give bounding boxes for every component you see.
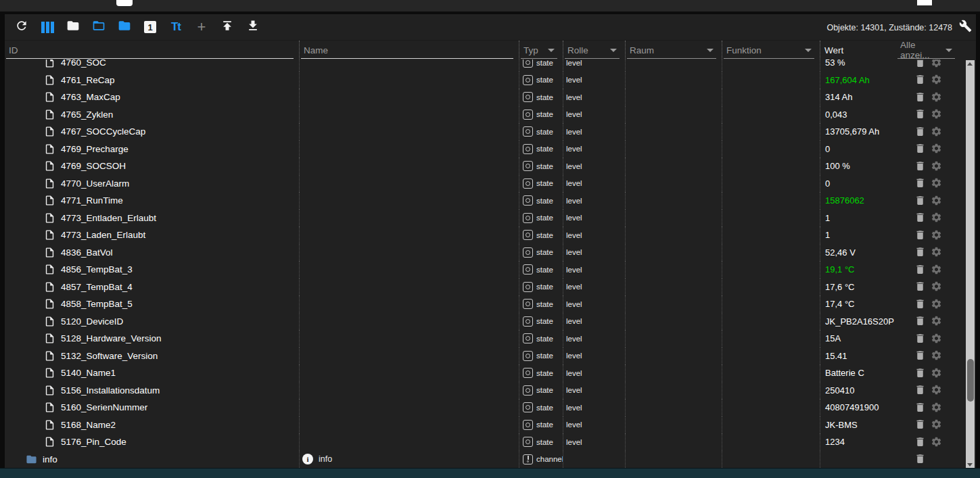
delete-button[interactable]: [914, 350, 927, 362]
table-row[interactable]: 4773_Laden_Erlaubt i state level 1: [5, 226, 966, 244]
delete-button[interactable]: [914, 436, 927, 448]
filter-rolle-dropdown[interactable]: Rolle: [563, 41, 625, 59]
row-type-cell: state: [519, 416, 563, 434]
table-row[interactable]: 4760_SOC i state level 53 %: [5, 59, 966, 72]
delete-button[interactable]: [914, 419, 927, 431]
table-row[interactable]: 5132_Software_Version i state level 15.4…: [5, 348, 966, 365]
filter-raum-dropdown[interactable]: Raum: [625, 41, 722, 59]
delete-button[interactable]: [914, 74, 927, 86]
channel-type-icon: [523, 454, 533, 464]
scroll-up-icon[interactable]: [967, 62, 973, 66]
delete-button[interactable]: [914, 333, 927, 345]
table-row[interactable]: 5176_Pin_Code i state level 1234: [5, 433, 966, 451]
table-row[interactable]: 5140_Name1 i state level Batterie C: [5, 364, 966, 382]
scrollbar-thumb[interactable]: [967, 359, 974, 402]
edit-settings-button[interactable]: [931, 264, 943, 276]
edit-settings-button[interactable]: [931, 315, 943, 327]
table-row[interactable]: 4856_TempBat_3 i state level 19,1 °C: [5, 261, 966, 279]
table-row[interactable]: info i info channel: [5, 451, 966, 469]
edit-settings-button[interactable]: [931, 367, 943, 379]
table-row[interactable]: 5168_Name2 i state level JK-BMS: [5, 416, 966, 434]
delete-button[interactable]: [914, 264, 927, 276]
table-row[interactable]: 5156_Installationsdatum i state level 25…: [5, 382, 966, 400]
table-row[interactable]: 4857_TempBat_4 i state level 17,6 °C: [5, 279, 966, 296]
table-row[interactable]: 5128_Hardware_Version i state level 15A: [5, 330, 966, 348]
edit-settings-button[interactable]: [931, 246, 943, 258]
edit-settings-button[interactable]: [931, 436, 943, 448]
scroll-down-icon[interactable]: [967, 463, 973, 467]
edit-settings-button[interactable]: [931, 333, 943, 345]
delete-button[interactable]: [914, 281, 927, 293]
collapse-all-button[interactable]: [63, 18, 83, 36]
object-value: 0,043: [825, 110, 847, 120]
delete-button[interactable]: [914, 160, 927, 172]
table-row[interactable]: 4767_SOCCycleCap i state level 13705,679…: [5, 123, 966, 141]
delete-button[interactable]: [914, 59, 927, 69]
refresh-button[interactable]: [11, 18, 32, 36]
delete-button[interactable]: [914, 453, 927, 465]
toggle-columns-button[interactable]: [37, 18, 57, 36]
delete-button[interactable]: [914, 108, 927, 120]
download-button[interactable]: [243, 18, 263, 36]
delete-button[interactable]: [914, 177, 927, 189]
edit-settings-button[interactable]: [931, 212, 943, 224]
edit-settings-button[interactable]: [931, 195, 943, 207]
table-row[interactable]: 4770_UserAlarm i state level 0: [5, 175, 966, 193]
expand-all-button[interactable]: [89, 18, 109, 36]
show-names-button[interactable]: Tt: [166, 18, 186, 36]
table-row[interactable]: 4761_ReCap i state level 167,604 Ah: [5, 72, 966, 89]
delete-button[interactable]: [914, 402, 927, 414]
edit-settings-button[interactable]: [931, 108, 943, 120]
delete-button[interactable]: [914, 298, 927, 310]
gear-icon: [931, 246, 942, 258]
edit-settings-button[interactable]: [931, 350, 943, 362]
edit-settings-button[interactable]: [931, 74, 943, 86]
object-name: info: [319, 454, 332, 464]
table-row[interactable]: 4769_SOCSOH i state level 100 %: [5, 158, 966, 175]
edit-settings-button[interactable]: [931, 160, 943, 172]
settings-button[interactable]: [959, 20, 972, 35]
table-row[interactable]: 4858_TempBat_5 i state level 17,4 °C: [5, 295, 966, 313]
edit-settings-button[interactable]: [931, 126, 943, 138]
table-row[interactable]: 5120_DeviceID i state level JK_PB2A16S20…: [5, 313, 966, 331]
delete-button[interactable]: [914, 384, 927, 396]
delete-button[interactable]: [914, 143, 927, 155]
collapse-to-level-button[interactable]: [114, 18, 135, 36]
delete-button[interactable]: [914, 367, 927, 379]
delete-button[interactable]: [914, 229, 927, 241]
table-row[interactable]: 5160_SerienNummer i state level 40807491…: [5, 399, 966, 416]
show-filter-dropdown[interactable]: Alle anzei...: [896, 41, 960, 59]
delete-button[interactable]: [914, 195, 927, 207]
vertical-scrollbar[interactable]: [966, 60, 975, 469]
edit-settings-button[interactable]: [931, 59, 943, 69]
filter-typ-dropdown[interactable]: Typ: [519, 41, 563, 59]
table-row[interactable]: 4763_MaxCap i state level 314 Ah: [5, 89, 966, 106]
edit-settings-button[interactable]: [931, 229, 943, 241]
edit-settings-button[interactable]: [931, 384, 943, 396]
edit-settings-button[interactable]: [931, 419, 943, 431]
delete-button[interactable]: [914, 212, 927, 224]
table-row[interactable]: 4773_Entladen_Erlaubt i state level 1: [5, 210, 966, 227]
edit-settings-button[interactable]: [931, 91, 943, 103]
filter-id[interactable]: ID: [5, 41, 299, 59]
delete-button[interactable]: [914, 126, 927, 138]
edit-settings-button[interactable]: [931, 177, 943, 189]
table-row[interactable]: 4836_BatVol i state level 52,46 V: [5, 244, 966, 262]
delete-button[interactable]: [914, 315, 927, 327]
delete-button[interactable]: [914, 246, 927, 258]
table-row[interactable]: 4765_Zyklen i state level 0,043: [5, 106, 966, 124]
add-object-button[interactable]: +: [191, 18, 212, 36]
table-row[interactable]: 4769_Precharge i state level 0: [5, 141, 966, 158]
upload-button[interactable]: [217, 18, 237, 36]
edit-settings-button[interactable]: [931, 281, 943, 293]
row-id-cell: 4856_TempBat_3: [5, 261, 299, 279]
table-row[interactable]: 4771_RunTime i state level 15876062: [5, 192, 966, 210]
edit-settings-button[interactable]: [931, 402, 943, 414]
filter-funktion-dropdown[interactable]: Funktion: [722, 41, 820, 59]
filter-name[interactable]: Name: [299, 41, 519, 59]
edit-settings-button[interactable]: [931, 143, 943, 155]
delete-button[interactable]: [914, 91, 927, 103]
object-role: level: [566, 128, 582, 136]
edit-settings-button[interactable]: [931, 298, 943, 310]
expand-depth-button[interactable]: 1: [140, 18, 160, 36]
